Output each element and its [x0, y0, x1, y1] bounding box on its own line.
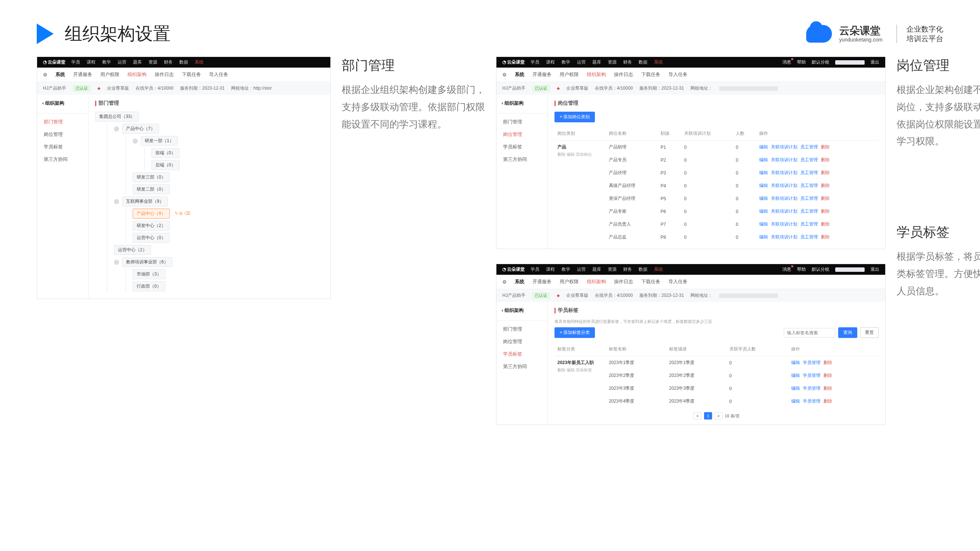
nav-item[interactable]: 数据: [639, 266, 648, 273]
tree-node[interactable]: 互联网事业部（9）: [122, 197, 168, 206]
op-plan[interactable]: 关联培训计划: [771, 221, 797, 227]
op-edit[interactable]: 编辑: [791, 360, 800, 365]
subnav-item[interactable]: 导入任务: [668, 278, 687, 285]
tree-node[interactable]: 运营中心（0）: [133, 233, 170, 243]
op-edit[interactable]: 编辑: [759, 221, 768, 227]
op-plan[interactable]: 关联培训计划: [771, 144, 797, 149]
op-plan[interactable]: 关联培训计划: [771, 196, 797, 201]
tree-node[interactable]: 集团总公司（33）: [95, 112, 139, 122]
op-del[interactable]: 删除: [821, 144, 830, 149]
subnav-item[interactable]: 用户权限: [560, 278, 579, 285]
pager-current[interactable]: 1: [704, 412, 712, 419]
sidebar-item-role[interactable]: 岗位管理: [496, 128, 547, 141]
subnav-item[interactable]: 下载任务: [182, 71, 201, 78]
nav-item[interactable]: 运营: [577, 266, 586, 273]
subnav-item[interactable]: 下载任务: [641, 71, 660, 78]
nav-item[interactable]: 课程: [546, 266, 555, 273]
subnav-item[interactable]: 操作日志: [614, 71, 633, 78]
help-link[interactable]: 帮助: [797, 266, 806, 273]
op-plan[interactable]: 关联培训计划: [771, 183, 797, 188]
nav-item[interactable]: 题库: [592, 266, 601, 273]
nav-item[interactable]: 学员: [531, 59, 539, 65]
nav-item-active[interactable]: 系统: [195, 59, 204, 65]
nav-item[interactable]: 学员: [71, 59, 80, 65]
op-emp[interactable]: 员工管理: [800, 196, 818, 201]
op-plan[interactable]: 关联培训计划: [771, 209, 797, 214]
pager-prev[interactable]: <: [694, 412, 702, 419]
nav-item[interactable]: 教学: [102, 59, 111, 65]
nav-item[interactable]: 财务: [623, 266, 632, 273]
nav-item[interactable]: 财务: [623, 59, 632, 65]
tree-node[interactable]: 研发中心（2）: [133, 221, 170, 231]
sidebar-item-tag[interactable]: 学员标签: [496, 141, 547, 153]
nav-item[interactable]: 数据: [639, 59, 648, 65]
op-mgr[interactable]: 学员管理: [803, 399, 821, 404]
subnav-item[interactable]: 下载任务: [641, 278, 660, 285]
nav-item[interactable]: 数据: [179, 59, 188, 65]
crumb[interactable]: 组织架构: [496, 307, 547, 318]
nav-item[interactable]: 题库: [133, 59, 142, 65]
subnav-item[interactable]: 用户权限: [100, 71, 119, 78]
search-button[interactable]: 查询: [838, 327, 857, 338]
nav-item[interactable]: 学员: [531, 266, 539, 273]
op-del[interactable]: 删除: [821, 170, 830, 175]
op-edit[interactable]: 编辑: [759, 234, 768, 240]
subnav-item[interactable]: 开通服务: [73, 71, 92, 78]
nav-item[interactable]: 运营: [577, 59, 586, 65]
tree-node[interactable]: 研发二部（0）: [133, 184, 170, 194]
tree-node[interactable]: 教师培训事业部（6）: [122, 257, 172, 267]
subnav-item[interactable]: 导入任务: [209, 71, 228, 78]
op-plan[interactable]: 关联培训计划: [771, 234, 797, 240]
sidebar-item-third[interactable]: 第三方协同: [37, 153, 88, 166]
sidebar-item-dept[interactable]: 部门管理: [496, 323, 547, 335]
subnav-item[interactable]: 用户权限: [560, 71, 579, 78]
op-del[interactable]: 删除: [821, 157, 830, 162]
subnav-item-active[interactable]: 组织架构: [587, 278, 606, 285]
subnav-item[interactable]: 开通服务: [533, 278, 552, 285]
branch-link[interactable]: 默认分校: [812, 266, 829, 273]
op-del[interactable]: 删除: [821, 183, 830, 188]
op-del[interactable]: 删除: [821, 209, 830, 214]
nav-item[interactable]: 课程: [87, 59, 95, 65]
branch-link[interactable]: 默认分校: [812, 59, 829, 65]
sidebar-item-tag[interactable]: 学员标签: [496, 348, 547, 360]
reset-button[interactable]: 重置: [860, 327, 878, 338]
nav-item[interactable]: 题库: [592, 59, 601, 65]
op-edit[interactable]: 编辑: [759, 170, 768, 175]
nav-item-active[interactable]: 系统: [654, 59, 663, 65]
nav-item-active[interactable]: 系统: [654, 266, 663, 273]
op-emp[interactable]: 员工管理: [800, 209, 818, 214]
exit-link[interactable]: 退出: [870, 266, 879, 273]
nav-item[interactable]: 资源: [148, 59, 157, 65]
op-edit[interactable]: 编辑: [759, 183, 768, 188]
sidebar-item-dept[interactable]: 部门管理: [37, 116, 88, 128]
op-del[interactable]: 删除: [824, 360, 832, 365]
op-mgr[interactable]: 学员管理: [803, 373, 821, 378]
help-link[interactable]: 帮助: [797, 59, 806, 65]
sidebar-item-third[interactable]: 第三方协同: [496, 360, 547, 373]
op-emp[interactable]: 员工管理: [800, 183, 818, 188]
add-tag-button[interactable]: + 添加标签分类: [555, 327, 595, 338]
nav-item[interactable]: 资源: [608, 59, 617, 65]
crumb[interactable]: 组织架构: [37, 100, 88, 111]
search-input[interactable]: [784, 328, 835, 338]
op-edit[interactable]: 编辑: [791, 386, 800, 391]
subnav-item-active[interactable]: 组织架构: [127, 71, 146, 78]
sidebar-item-role[interactable]: 岗位管理: [37, 128, 88, 141]
op-plan[interactable]: 关联培训计划: [771, 170, 797, 175]
nav-item[interactable]: 资源: [608, 266, 617, 273]
subnav-item-active[interactable]: 组织架构: [587, 71, 606, 78]
subnav-item[interactable]: 开通服务: [533, 71, 552, 78]
op-edit[interactable]: 编辑: [759, 157, 768, 162]
op-del[interactable]: 删除: [821, 221, 830, 227]
sidebar-item-dept[interactable]: 部门管理: [496, 116, 547, 128]
tree-node[interactable]: 研发一部（1）: [141, 136, 178, 146]
nav-item[interactable]: 教学: [562, 59, 570, 65]
subnav-item[interactable]: 导入任务: [668, 71, 687, 78]
op-edit[interactable]: 编辑: [791, 373, 800, 378]
op-mgr[interactable]: 学员管理: [803, 386, 821, 391]
tree-node[interactable]: 后端（0）: [151, 160, 180, 170]
op-emp[interactable]: 员工管理: [800, 170, 818, 175]
sidebar-item-tag[interactable]: 学员标签: [37, 141, 88, 153]
pager-size[interactable]: 10 条/页: [725, 413, 739, 419]
